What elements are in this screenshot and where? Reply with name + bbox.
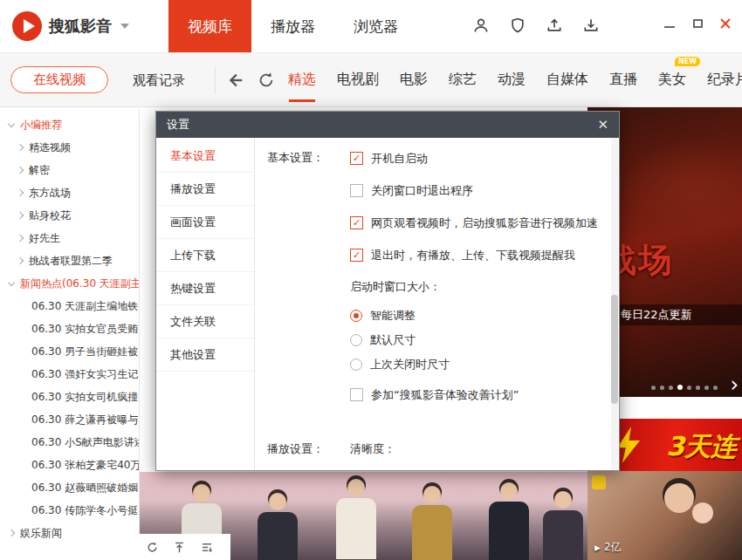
sidebar-item[interactable]: 06.30 天涯副主编地铁 xyxy=(0,295,139,318)
settings-dialog: 设置 ✕ 基本设置 播放设置 画面设置 上传下载 热键设置 文件关联 其他设置 … xyxy=(155,111,620,471)
tab-beauty[interactable]: 美女 NEW xyxy=(658,53,686,106)
menu-item-basic-settings[interactable]: 基本设置 xyxy=(156,140,254,173)
sidebar-item[interactable]: 06.30 赵薇晒照破婚姻失和传闻 xyxy=(0,476,139,499)
sidebar-item[interactable]: 好先生 xyxy=(0,227,139,249)
topbar-icons xyxy=(471,16,601,35)
chevron-down-icon xyxy=(8,120,15,126)
refresh-icon[interactable] xyxy=(257,71,276,90)
category-tabs: 精选 电视剧 电影 综艺 动漫 自媒体 直播 美女 NEW 纪录片 xyxy=(288,53,742,106)
sidebar-item[interactable]: 精选视频 xyxy=(0,136,139,159)
sidebar-item[interactable]: 贴身校花 xyxy=(0,204,139,227)
tab-anime[interactable]: 动漫 xyxy=(498,53,526,106)
tab-movies[interactable]: 电影 xyxy=(400,53,428,106)
radio-last-size[interactable] xyxy=(350,359,362,371)
dialog-header[interactable]: 设置 ✕ xyxy=(156,112,619,138)
section-label: 播放设置： xyxy=(267,441,350,470)
user-icon[interactable] xyxy=(471,16,491,35)
sidebar-item[interactable]: 06.30 小S献声电影讲述 xyxy=(0,431,139,454)
option-web-acceleration: ✓ 网页观看视频时，启动搜狐影音进行视频加速 xyxy=(350,215,603,231)
settings-content: 基本设置： ✓ 开机自启动 ✓ 关闭窗口时退出程序 ✓ 网页观看视频时，启动搜狐 xyxy=(255,138,619,470)
checkbox-autostart[interactable]: ✓ xyxy=(350,152,363,165)
menu-item-other-settings[interactable]: 其他设置 xyxy=(156,338,254,372)
back-to-top-icon[interactable] xyxy=(173,541,186,554)
menu-item-playback-settings[interactable]: 播放设置 xyxy=(156,173,254,206)
tab-beauty-label: 美女 xyxy=(658,71,686,89)
chevron-right-icon xyxy=(17,144,24,151)
download-icon[interactable] xyxy=(581,16,601,35)
new-badge: NEW xyxy=(675,57,700,66)
topbar: 搜狐影音 视频库 播放器 浏览器 xyxy=(0,0,742,52)
carousel-next-icon[interactable]: › xyxy=(730,374,739,395)
sidebar-item[interactable]: 06.30 实拍女官员受贿 xyxy=(0,318,139,340)
carousel-dots[interactable] xyxy=(651,385,718,390)
chevron-down-icon[interactable] xyxy=(120,24,129,29)
corner-badge-icon xyxy=(592,475,606,489)
upload-icon[interactable] xyxy=(545,16,564,35)
app-title: 搜狐影音 xyxy=(49,16,112,37)
radio-smart-resize[interactable] xyxy=(350,310,362,322)
sidebar-item[interactable]: 06.30 薛之谦再被曝与 xyxy=(0,408,139,431)
menu-item-upload-download[interactable]: 上传下载 xyxy=(156,239,254,272)
views-count: 2亿 xyxy=(604,540,622,555)
checkbox-web-acceleration[interactable]: ✓ xyxy=(350,216,363,229)
dialog-close-icon[interactable]: ✕ xyxy=(597,119,608,132)
tab-featured[interactable]: 精选 xyxy=(288,53,316,106)
tab-live[interactable]: 直播 xyxy=(609,53,637,106)
views-badge: ▶ 2亿 xyxy=(594,540,622,555)
nav-tab-player[interactable]: 播放器 xyxy=(251,0,334,52)
tab-documentary[interactable]: 纪录片 xyxy=(707,53,742,106)
ad-text: 3天连 xyxy=(666,429,737,465)
sidebar-item-entertainment-news[interactable]: 娱乐新闻 xyxy=(0,522,139,544)
checkbox-exit-reminder[interactable]: ✓ xyxy=(350,249,363,262)
sidebar-item[interactable]: 解密 xyxy=(0,159,139,181)
online-video-button[interactable]: 在线视频 xyxy=(10,66,108,93)
radio-default-size[interactable] xyxy=(350,334,362,346)
sidebar-item[interactable]: 06.30 实拍女司机疯撞 xyxy=(0,386,139,408)
window-controls xyxy=(662,16,733,31)
sidebar-tree: 小编推荐 精选视频 解密 东方战场 贴身校花 好先生 挑战者联盟第二季 新闻热点… xyxy=(0,108,140,560)
sidebar-item[interactable]: 东方战场 xyxy=(0,181,139,204)
nav-tab-browser[interactable]: 浏览器 xyxy=(334,0,417,52)
menu-item-file-association[interactable]: 文件关联 xyxy=(156,305,254,338)
refresh-list-icon[interactable] xyxy=(146,541,159,554)
sidebar-item[interactable]: 06.30 男子当街砸娃被 xyxy=(0,340,139,363)
sidebar-item-editor-picks[interactable]: 小编推荐 xyxy=(0,113,139,136)
chevron-right-icon xyxy=(17,212,24,219)
play-icon: ▶ xyxy=(594,543,601,552)
option-default-size: 默认尺寸 xyxy=(350,332,603,348)
close-button[interactable] xyxy=(718,16,733,31)
tab-tv-series[interactable]: 电视剧 xyxy=(337,53,379,106)
maximize-button[interactable] xyxy=(690,16,705,31)
sidebar-item[interactable]: 06.30 传陈学冬小号挺欧阳娜娜 xyxy=(0,499,139,522)
option-improvement-plan: ✓ 参加“搜狐影音体验改善计划” xyxy=(350,386,603,403)
tab-variety[interactable]: 综艺 xyxy=(449,53,477,106)
minimize-button[interactable] xyxy=(662,16,677,31)
divider xyxy=(215,67,216,93)
expand-list-icon[interactable] xyxy=(200,541,214,554)
checkbox-improvement-plan[interactable]: ✓ xyxy=(350,388,363,401)
chevron-right-icon xyxy=(17,235,24,242)
vip-shield-icon[interactable] xyxy=(508,16,527,35)
sidebar-item[interactable]: 06.30 张柏芝豪宅40万 xyxy=(0,454,139,476)
sohu-video-app-window: 搜狐影音 视频库 播放器 浏览器 xyxy=(0,0,742,560)
sidebar-item-news-hot[interactable]: 新闻热点(06.30 天涯副主 xyxy=(0,272,139,295)
app-logo[interactable]: 搜狐影音 xyxy=(12,11,129,41)
checkbox-exit-on-close[interactable]: ✓ xyxy=(350,184,363,197)
playback-settings-section: 播放设置： 清晰度： 原画 超清 xyxy=(267,441,603,470)
back-arrow-icon[interactable] xyxy=(225,71,244,90)
watch-history-button[interactable]: 观看记录 xyxy=(133,53,185,108)
menu-item-picture-settings[interactable]: 画面设置 xyxy=(156,206,254,239)
poster-caption: 每日22点更新 xyxy=(621,307,692,323)
sidebar-item[interactable]: 06.30 强奸女实习生记 xyxy=(0,363,139,386)
option-exit-reminder: ✓ 退出时，有播放、上传、下载视频提醒我 xyxy=(350,247,603,263)
menu-item-hotkey-settings[interactable]: 热键设置 xyxy=(156,272,254,305)
tab-self-media[interactable]: 自媒体 xyxy=(546,53,588,106)
option-autostart: ✓ 开机自启动 xyxy=(350,150,603,167)
option-smart-resize: 智能调整 xyxy=(350,308,603,324)
dialog-scrollbar-thumb[interactable] xyxy=(611,295,618,404)
nav-tab-video-library[interactable]: 视频库 xyxy=(168,0,251,52)
sidebar-item[interactable]: 挑战者联盟第二季 xyxy=(0,249,139,272)
chevron-right-icon xyxy=(8,529,15,536)
video-thumbnail[interactable]: ▶ 2亿 xyxy=(587,471,742,560)
subnav: 在线视频 观看记录 精选 电视剧 电影 综艺 动漫 自媒体 直播 美女 NEW … xyxy=(0,52,742,107)
